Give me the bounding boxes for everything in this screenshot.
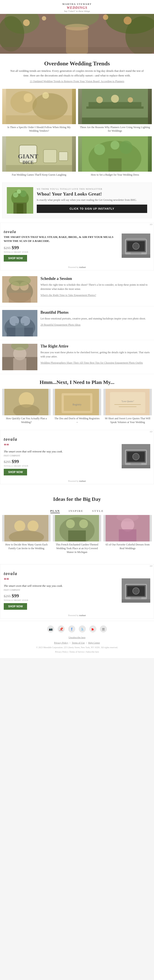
ad-logo-1: tovala (4, 229, 118, 234)
planning-item-1[interactable]: How Quickly Can You Actually Plan a Wedd… (2, 389, 50, 425)
trends-image-4 (78, 136, 152, 172)
svg-point-14 (11, 91, 37, 113)
ideas-caption-3: 65 of Our Favorite Colorful Dresses from… (104, 541, 152, 552)
email-icon[interactable]: ✉ (100, 625, 107, 633)
ideas-item-1[interactable]: How to Decide How Many Guests Each Famil… (2, 515, 50, 555)
planning-caption-3: 90 Short and Sweet Love Quotes That Will… (104, 415, 152, 425)
powered-by-2: Powered by truthset (0, 479, 154, 484)
content-desc-schedule: When's the right time to schedule this s… (41, 283, 152, 291)
svg-rect-101 (119, 529, 137, 541)
social-icons: 📷 📌 f 𝕏 ▶ ✉ (5, 625, 149, 633)
planning-grid: How Quickly Can You Actually Plan a Wedd… (0, 389, 154, 425)
ad-cta-button-3[interactable]: SHOP NOW (4, 603, 27, 610)
content-img-photos (2, 310, 38, 336)
svg-point-22 (96, 97, 103, 103)
svg-text:GIANT: GIANT (18, 153, 38, 160)
content-section-attire: The Right Attire Because you want these … (0, 340, 154, 374)
newsletter-text-area: We think you'll totally love this newsle… (37, 188, 147, 213)
content-section-schedule: Schedule a Session When's the right time… (0, 273, 154, 306)
trends-link[interactable]: 11 Outdated Wedding Trends to Remove Fro… (5, 80, 149, 83)
trends-section: Overdone Wedding Trends Not all wedding … (0, 54, 154, 89)
newsletter-eyebrow: We think you'll totally love this newsle… (37, 188, 147, 190)
youtube-icon[interactable]: ▶ (89, 625, 96, 633)
trends-caption-2: These Are the Reasons Why Planners Love … (78, 124, 152, 134)
ad-price-area-3: $295 $99 TOVALA SMART OVEN (4, 593, 118, 601)
trends-image-1 (2, 89, 76, 124)
unsubscribe-link[interactable]: Unsubscribe here (5, 636, 149, 639)
content-text-schedule: Schedule a Session When's the right time… (41, 276, 152, 297)
trends-title: Overdone Wedding Trends (5, 60, 149, 67)
terms-link[interactable]: Terms of Use (72, 641, 85, 644)
content-link-schedule[interactable]: When's the Right Time to Take Engagement… (41, 294, 96, 297)
svg-point-87 (133, 453, 139, 460)
ideas-heading: Ideas for the Big Day (0, 491, 154, 506)
ideas-tab-plan[interactable]: PLAN (50, 509, 60, 513)
content-title-attire: The Right Attire (41, 344, 152, 349)
svg-rect-82 (119, 406, 137, 407)
privacy-policy-link[interactable]: Privacy Policy (54, 641, 68, 644)
ad-headline-1: THE SMART OVEN THAT WILL STEAM, BAKE, BR… (4, 235, 118, 243)
ad-price-old-1: $295 (4, 246, 11, 250)
trends-grid-item-4[interactable]: How to Set a Budget for Your Wedding Dre… (78, 136, 152, 178)
content-link-photos[interactable]: 28 Beautiful Engagement Photo Ideas (41, 323, 80, 326)
newsletter-subtext: Is exactly what people will say when you… (37, 198, 147, 202)
site-header: MARTHA STEWART weddings Say 'I don't' to… (0, 0, 154, 14)
ideas-tab-style[interactable]: STYLE (92, 509, 104, 513)
site-logo[interactable]: MARTHA STEWART weddings (0, 2, 154, 10)
ad-label-1: AD (0, 223, 154, 226)
content-img-schedule (2, 276, 38, 303)
svg-text:DICE: DICE (22, 160, 33, 165)
content-text-attire: The Right Attire Because you want these … (41, 344, 152, 364)
instagram-icon[interactable]: 📷 (47, 625, 54, 633)
powered-by-1: Powered by truthset (0, 265, 154, 270)
svg-rect-65 (16, 323, 24, 336)
logo-brand: MARTHA STEWART (62, 3, 91, 5)
pinterest-icon[interactable]: 📌 (58, 625, 65, 633)
svg-rect-53 (122, 255, 150, 258)
help-link[interactable]: Help Center (88, 641, 100, 644)
content-desc-photos: Let those emotional portraits, creative … (41, 317, 152, 321)
svg-rect-31 (59, 152, 68, 161)
content-title-schedule: Schedule a Session (41, 276, 152, 281)
ad-headline-3: The smart oven that will reinvent the wa… (4, 584, 118, 588)
ideas-item-2[interactable]: This French Enchanted Garden-Themed Wedd… (53, 515, 101, 555)
ad-image-3 (122, 578, 150, 603)
svg-point-23 (111, 95, 119, 103)
svg-rect-58 (9, 293, 31, 303)
planning-item-2[interactable]: Registry The Dos and Don'ts of Wedding R… (53, 389, 101, 425)
svg-rect-21 (86, 107, 144, 109)
ad-cta-button-1[interactable]: SHOP NOW (4, 255, 27, 262)
ad-price-new-2: $99 (12, 459, 19, 464)
svg-rect-51 (130, 252, 141, 254)
svg-point-36 (119, 141, 133, 154)
ideas-grid: How to Decide How Many Guests Each Famil… (0, 515, 154, 555)
ideas-tab-inspire[interactable]: INSPIRE (69, 509, 83, 513)
svg-text:"Love Quotes": "Love Quotes" (121, 400, 134, 402)
svg-text:Registry: Registry (72, 403, 82, 406)
svg-rect-108 (130, 597, 141, 599)
svg-point-43 (17, 189, 21, 194)
ideas-image-2 (53, 515, 101, 541)
ideas-item-3[interactable]: 65 of Our Favorite Colorful Dresses from… (104, 515, 152, 555)
ad-cta-button-2[interactable]: SHOP NOW (4, 469, 27, 476)
newsletter-cta-button[interactable]: CLICK TO SIGN UP INSTANTLY (37, 205, 147, 213)
ad-badge-2: TOVALA SMART OVEN (4, 465, 118, 467)
facebook-icon[interactable]: f (68, 625, 75, 633)
newsletter-headline: Whoa! Your Yard Looks Great! (37, 191, 147, 197)
svg-point-17 (42, 92, 49, 99)
svg-rect-81 (115, 404, 141, 405)
trends-grid-item-3[interactable]: GIANT DICE Fun Wedding Games That'll Kee… (2, 136, 76, 178)
ad-price-new-1: $99 (12, 245, 19, 250)
twitter-icon[interactable]: 𝕏 (79, 625, 86, 633)
ad-source-3: FAST COMPANY (4, 589, 118, 591)
trends-grid-item-1[interactable]: Is There a Specific Order I Should Follo… (2, 89, 76, 134)
trends-image-3: GIANT DICE (2, 136, 76, 172)
ad-tovala-1-text: tovala THE SMART OVEN THAT WILL STEAM, B… (4, 229, 118, 262)
content-link-attire[interactable]: Wedding Photographers Share Their All-Ti… (41, 361, 143, 364)
svg-rect-79 (110, 392, 145, 413)
ad-price-new-3: $99 (12, 593, 19, 598)
svg-point-6 (23, 19, 30, 26)
ad-quote-mark-2: ❝❝ (4, 443, 118, 449)
trends-grid-item-2[interactable]: These Are the Reasons Why Planners Love … (78, 89, 152, 134)
planning-item-3[interactable]: "Love Quotes" 90 Short and Sweet Love Qu… (104, 389, 152, 425)
